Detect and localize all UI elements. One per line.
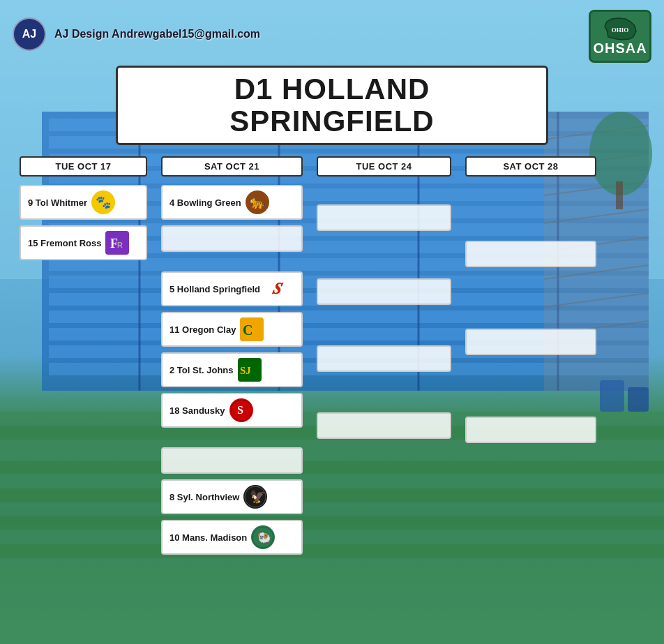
title-banner: D1 HOLLAND SPRINGFIELD — [116, 66, 548, 145]
sandusky-icon: S — [230, 399, 252, 421]
team-slot-tol-st-johns: 2 Tol St. Johns SJ — [161, 352, 303, 387]
madison-icon: 🐏 — [252, 526, 274, 548]
date-header-2: SAT OCT 21 — [161, 156, 303, 177]
svg-text:R: R — [117, 241, 123, 249]
column-2: SAT OCT 21 4 Bowling Green 🐆 5 Holland S… — [157, 156, 307, 557]
team-text: 5 Holland Springfield — [169, 284, 260, 294]
team-slot-empty-1 — [161, 225, 303, 252]
team-slot-oct24-2 — [317, 278, 451, 305]
column-1: TUE OCT 17 9 Tol Whitmer 🐾 15 Fremont Ro… — [15, 156, 151, 557]
team-slot-madison: 10 Mans. Madison 🐏 — [161, 520, 303, 555]
date-header-1: TUE OCT 17 — [20, 156, 147, 177]
ohsaa-text: OHSAA — [593, 40, 647, 57]
st-johns-logo: SJ — [238, 358, 262, 382]
spacer2 — [157, 430, 307, 444]
team-slot-oregon-clay: 11 Oregon Clay C — [161, 312, 303, 347]
fremont-icon: F R — [108, 234, 126, 252]
team-text: 9 Tol Whitmer — [28, 197, 87, 208]
madison-logo: 🐏 — [251, 525, 275, 549]
team-text: 10 Mans. Madison — [169, 532, 247, 543]
svg-text:🦅: 🦅 — [250, 489, 266, 504]
team-text: 2 Tol St. Johns — [169, 365, 234, 375]
sandusky-logo: S — [229, 398, 253, 422]
team-slot-oct24-1 — [317, 204, 451, 231]
sj-icon: SJ — [239, 359, 261, 381]
team-slot-empty-2 — [161, 447, 303, 474]
fremont-ross-logo: F R — [105, 231, 129, 255]
team-slot-holland-springfield: 5 Holland Springfield 𝑺 — [161, 271, 303, 306]
team-slot-oct24-3 — [317, 345, 451, 372]
northview-logo: 🦅 — [243, 485, 267, 509]
date-header-3: TUE OCT 24 — [317, 156, 451, 177]
bracket-area: TUE OCT 17 9 Tol Whitmer 🐾 15 Fremont Ro… — [13, 156, 651, 557]
springfield-logo: 𝑺 — [264, 277, 288, 301]
team-slot-northview: 8 Syl. Northview 🦅 — [161, 479, 303, 514]
team-slot-tol-whitmer: 9 Tol Whitmer 🐾 — [20, 185, 147, 220]
svg-text:OHIO: OHIO — [611, 27, 628, 33]
team-text: 11 Oregon Clay — [169, 324, 236, 335]
page-title: D1 HOLLAND SPRINGFIELD — [132, 73, 532, 137]
ohsaa-badge: OHIO OHSAA — [589, 10, 651, 59]
team-slot-bowling-green: 4 Bowling Green 🐆 — [161, 185, 303, 220]
team-slot-oct28-2 — [465, 329, 596, 355]
ohsaa-logo: OHIO OHSAA — [589, 10, 651, 63]
svg-text:S: S — [237, 404, 243, 416]
northview-icon: 🦅 — [244, 486, 266, 508]
team-slot-oct28-1 — [465, 241, 596, 267]
main-content: AJ AJ Design Andrewgabel15@gmail.com OHI… — [0, 0, 664, 644]
date-header-4: SAT OCT 28 — [465, 156, 596, 177]
column-4: SAT OCT 28 — [461, 156, 601, 557]
spacer — [157, 255, 307, 269]
team-text: 4 Bowling Green — [169, 197, 241, 208]
team-slot-fremont-ross: 15 Fremont Ross F R — [20, 225, 147, 260]
team-slot-oct24-4 — [317, 412, 451, 439]
team-text: 8 Syl. Northview — [169, 492, 239, 502]
tol-whitmer-logo: 🐾 — [91, 190, 115, 214]
team-text: 18 Sandusky — [169, 405, 225, 416]
svg-text:SJ: SJ — [240, 365, 251, 376]
oregon-clay-logo: C — [240, 317, 264, 341]
ohio-state-icon: OHIO — [601, 16, 640, 40]
column-3: TUE OCT 24 — [312, 156, 455, 557]
svg-text:C: C — [243, 322, 252, 338]
team-text: 15 Fremont Ross — [28, 238, 101, 248]
team-slot-oct28-3 — [465, 417, 596, 443]
oregon-icon: C — [241, 318, 263, 340]
aj-logo: AJ — [13, 17, 46, 51]
header: AJ AJ Design Andrewgabel15@gmail.com OHI… — [13, 10, 651, 59]
team-slot-sandusky: 18 Sandusky S — [161, 393, 303, 428]
credit-text: AJ Design Andrewgabel15@gmail.com — [54, 28, 260, 40]
svg-text:🐏: 🐏 — [257, 531, 271, 544]
bowling-green-logo: 🐆 — [246, 190, 269, 214]
